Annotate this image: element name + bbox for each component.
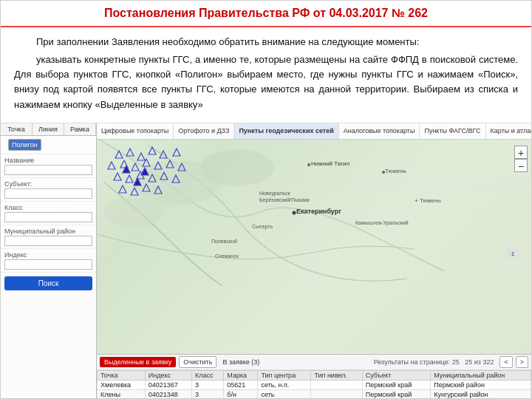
cell-index: 04021367: [145, 381, 191, 390]
map-content-area: Цифровые топокарты Ортофото и ДЗЗ Пункты…: [97, 123, 531, 398]
table-header-row: Точка Индекс Класс Марка Тип центра Тип …: [98, 371, 531, 381]
field-district: Муниципальный район: [1, 225, 96, 249]
city-label-sysert: Сысерть: [252, 224, 273, 230]
polygon-tool-area: Полигон: [1, 136, 96, 154]
col-header-name: Точка: [98, 371, 146, 381]
city-label-pyshma: Берёзовский/Пышма: [259, 197, 310, 203]
col-header-index: Индекс: [145, 371, 191, 381]
prev-page-btn[interactable]: <: [499, 356, 512, 368]
city-label-snezhinsk: Снежинск: [215, 253, 239, 259]
map-tab-fags[interactable]: Пункты ФАГС/ВГС: [420, 123, 485, 139]
svg-marker-28: [131, 188, 138, 195]
svg-marker-13: [173, 149, 180, 156]
field-name: Название: [1, 154, 96, 178]
svg-marker-18: [154, 162, 162, 169]
col-header-type-nivel: Тип нивел.: [311, 371, 362, 381]
svg-marker-12: [160, 151, 167, 158]
svg-marker-20: [178, 163, 185, 171]
svg-marker-22: [126, 175, 133, 183]
page-title: Постановления Правительства РФ от 04.03.…: [104, 7, 428, 19]
col-header-mark: Марка: [224, 371, 258, 381]
cell-type-nivel: [311, 381, 362, 390]
results-page-info: Результаты на странице: 25 25 из 322: [374, 358, 494, 366]
cell-mark: б/н: [224, 390, 258, 399]
svg-marker-25: [160, 172, 168, 180]
col-header-subject: Субъект: [362, 371, 431, 381]
svg-marker-24: [149, 174, 156, 182]
col-header-class: Класс: [192, 371, 224, 381]
cell-type-center: сеть, н.п.: [258, 381, 311, 390]
col-header-type-center: Тип центра: [258, 371, 311, 381]
sidebar-tabs: Точка Линия Рамка: [1, 123, 96, 136]
field-name-input[interactable]: [4, 165, 92, 175]
sidebar-tab-frame[interactable]: Рамка: [64, 123, 96, 135]
city-dot-tyumen: [382, 171, 385, 174]
svg-marker-14: [108, 162, 115, 169]
field-class-input[interactable]: [4, 212, 92, 222]
paragraph-2: указывать конкретные пункты ГГС, а именн…: [14, 52, 518, 112]
city-label-nizhny-tagil: Нижний Тагил: [311, 160, 350, 167]
city-label-ekaterinburg: Екатеринбург: [296, 208, 341, 215]
clear-btn[interactable]: Очистить: [179, 356, 216, 368]
cell-district: Пермский район: [431, 381, 531, 390]
field-district-label: Муниципальный район: [4, 228, 92, 235]
cell-name: Клены: [98, 390, 146, 399]
cell-type-nivel: [311, 390, 362, 399]
paragraph-1: При заполнении Заявления необходимо обра…: [14, 35, 518, 50]
city-label-polevskoy: Полевской: [211, 239, 237, 244]
field-index-input[interactable]: [4, 259, 92, 270]
page-number: 1: [511, 250, 515, 257]
search-button[interactable]: Поиск: [4, 276, 92, 290]
map-section: Точка Линия Рамка Полигон Название Субъе…: [1, 123, 531, 398]
total-count-label: 25 из 322: [465, 358, 494, 366]
svg-marker-9: [126, 149, 134, 156]
city-label-novouralsk: Новоуральск: [259, 191, 291, 197]
map-tab-ortho[interactable]: Ортофото и ДЗЗ: [174, 123, 234, 139]
map-tab-topo[interactable]: Цифровые топокарты: [97, 123, 174, 139]
svg-marker-31: [123, 166, 130, 173]
field-subject-input[interactable]: [4, 188, 92, 199]
next-page-btn[interactable]: >: [516, 356, 528, 368]
field-index: Индекс: [1, 249, 96, 273]
svg-marker-11: [149, 147, 156, 154]
table-row[interactable]: Клены 04021348 3 б/н сеть Пермский край …: [98, 390, 531, 399]
field-district-input[interactable]: [4, 236, 92, 246]
svg-marker-29: [143, 184, 150, 191]
map-top-tabs: Цифровые топокарты Ортофото и ДЗЗ Пункты…: [97, 123, 531, 140]
geodetic-points-cluster: [108, 147, 185, 195]
results-panel: Выделенные в заявку Очистить В заявке (3…: [97, 354, 531, 398]
cell-type-center: сеть: [258, 390, 311, 399]
sidebar-tab-point[interactable]: Точка: [1, 123, 33, 135]
header: Постановления Правительства РФ от 04.03.…: [1, 1, 531, 27]
map-sidebar: Точка Линия Рамка Полигон Название Субъе…: [1, 123, 97, 398]
city-dot-nizhny-tagil: [307, 163, 310, 166]
sidebar-tab-line[interactable]: Линия: [33, 123, 64, 135]
zoom-in-btn[interactable]: +: [514, 146, 528, 159]
cell-class: 3: [192, 390, 224, 399]
field-class-label: Класс: [4, 204, 92, 211]
svg-marker-26: [172, 175, 180, 183]
field-name-label: Название: [4, 157, 92, 164]
table-row[interactable]: Хмелевка 04021367 3 05621 сеть, н.п. Пер…: [98, 381, 531, 390]
results-table: Точка Индекс Класс Марка Тип центра Тип …: [97, 370, 531, 398]
page-size-label: Результаты на странице: 25: [374, 358, 460, 366]
results-toolbar: Выделенные в заявку Очистить В заявке (3…: [97, 355, 531, 370]
svg-marker-19: [166, 160, 174, 168]
polygon-btn[interactable]: Полигон: [8, 139, 41, 151]
svg-marker-27: [119, 185, 126, 193]
cell-class: 3: [192, 381, 224, 390]
zoom-controls: + −: [514, 146, 528, 172]
zoom-out-btn[interactable]: −: [514, 159, 528, 172]
svg-marker-32: [141, 168, 149, 175]
text-section: При заполнении Заявления необходимо обра…: [1, 27, 531, 123]
svg-marker-8: [115, 151, 123, 158]
map-tab-maps[interactable]: Карты и атласы: [486, 123, 531, 139]
map-tab-geodesy[interactable]: Пункты геодезических сетей: [234, 123, 338, 139]
map-tab-analog[interactable]: Аналоговые топокарты: [339, 123, 420, 139]
map-overlay-svg: Нижний Тагил Екатеринбург Тюмень Новоура…: [97, 140, 531, 354]
main-container: Постановления Правительства РФ от 04.03.…: [0, 0, 532, 399]
city-label-tyumen2: + Тюмень: [415, 197, 441, 204]
field-subject-label: Субъект:: [4, 180, 92, 188]
selected-to-request-btn[interactable]: Выделенные в заявку: [100, 357, 176, 367]
field-class: Класс: [1, 202, 96, 225]
